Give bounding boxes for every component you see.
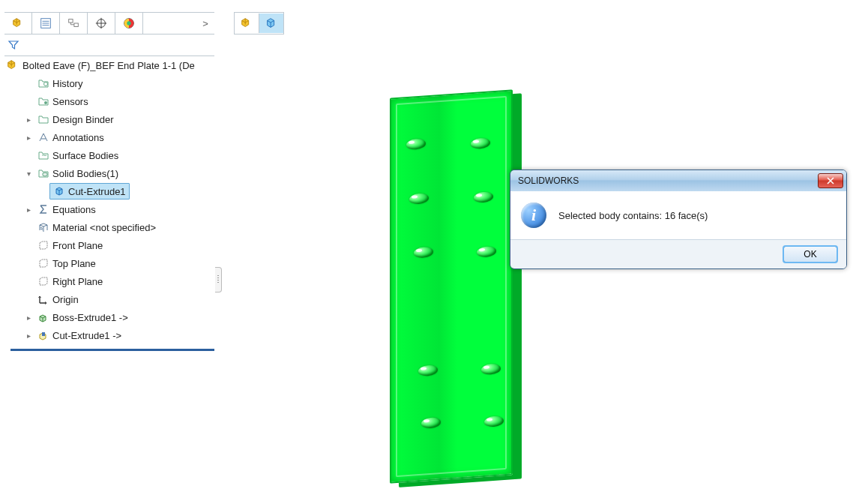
hole — [421, 417, 441, 429]
dialog-button-row: OK — [510, 239, 846, 268]
tab-dimxpert-manager[interactable] — [88, 13, 115, 34]
hole — [418, 364, 438, 376]
crosshair-icon — [94, 16, 108, 30]
tree-item-front-plane[interactable]: ▸ Front Plane — [4, 236, 214, 254]
svg-rect-4 — [69, 20, 73, 23]
tree-item-annotations[interactable]: ▸ Annotations — [4, 128, 214, 146]
sigma-icon — [37, 203, 49, 215]
tree-end-marker — [10, 349, 214, 351]
part-icon — [240, 16, 253, 30]
dialog-titlebar[interactable]: SOLIDWORKS — [510, 170, 846, 191]
cut-extrude-icon — [37, 329, 49, 341]
list-icon — [39, 16, 52, 30]
plane-icon — [37, 239, 49, 251]
assembly-icon — [11, 16, 25, 30]
svg-rect-15 — [42, 332, 45, 336]
dialog-message: Selected body contains: 16 face(s) — [558, 210, 708, 221]
panel-flyout-handle[interactable] — [215, 267, 222, 292]
tree-item-design-binder[interactable]: ▸ Design Binder — [4, 110, 214, 128]
hole — [409, 193, 429, 205]
tree-item-surface-bodies[interactable]: ▸ Surface Bodies — [4, 146, 214, 164]
breadcrumb-body[interactable] — [259, 14, 283, 33]
feature-tree: ▸ History ▸ Sensors ▸ Design Binder ▸ An… — [4, 74, 214, 344]
hole — [477, 246, 496, 258]
tab-configuration-manager[interactable] — [60, 13, 88, 34]
dialog-content: i Selected body contains: 16 face(s) — [510, 191, 846, 239]
tree-item-sensors[interactable]: ▸ Sensors — [4, 92, 214, 110]
filter-bar[interactable] — [4, 34, 214, 56]
tree-item-right-plane[interactable]: ▸ Right Plane — [4, 272, 214, 290]
tab-display-manager[interactable] — [115, 13, 143, 34]
dialog-title: SOLIDWORKS — [518, 176, 818, 186]
part-icon — [6, 58, 19, 72]
hole — [484, 416, 504, 428]
tree-item-material[interactable]: ▸ Material <not specified> — [4, 218, 214, 236]
boss-extrude-icon — [37, 311, 49, 323]
tree-item-equations[interactable]: ▸ Equations — [4, 200, 214, 218]
breadcrumb-part[interactable] — [235, 14, 259, 33]
graphics-viewport[interactable] — [225, 45, 868, 501]
tree-item-solid-bodies[interactable]: ▾ Solid Bodies(1) — [4, 164, 214, 182]
origin-icon — [37, 293, 49, 305]
tree-root-row[interactable]: Bolted Eave (F)_BEF End Plate 1-1 (De — [4, 56, 214, 74]
tab-property-manager[interactable] — [32, 13, 60, 34]
tree-item-top-plane[interactable]: ▸ Top Plane — [4, 254, 214, 272]
hole — [414, 247, 433, 259]
body-icon — [265, 16, 278, 30]
svg-point-11 — [44, 82, 48, 86]
tab-feature-tree[interactable] — [4, 13, 32, 34]
appearance-icon — [122, 16, 136, 30]
svg-point-10 — [127, 21, 130, 25]
tree-item-cut-extrude-feature[interactable]: ▸ Cut-Extrude1 -> — [4, 326, 214, 344]
message-dialog: SOLIDWORKS i Selected body contains: 16 … — [510, 170, 847, 269]
svg-point-12 — [44, 101, 47, 104]
tree-item-boss-extrude[interactable]: ▸ Boss-Extrude1 -> — [4, 308, 214, 326]
graphics-breadcrumb — [234, 12, 284, 34]
hole — [471, 137, 490, 149]
hole — [406, 138, 426, 150]
body-icon — [53, 185, 65, 197]
close-icon — [827, 177, 834, 184]
feature-manager-panel: > Bolted Eave (F)_BEF End Plate 1-1 (De … — [4, 12, 214, 501]
surface-icon — [37, 149, 49, 161]
solid-folder-icon — [37, 167, 49, 179]
sensor-icon — [37, 95, 49, 107]
binder-icon — [37, 113, 49, 125]
close-button[interactable] — [818, 173, 843, 188]
tree-item-cut-extrude-body[interactable]: ▸ Cut-Extrude1 — [4, 182, 214, 200]
tab-overflow-button[interactable]: > — [196, 13, 214, 34]
tree-item-history[interactable]: ▸ History — [4, 74, 214, 92]
selected-body-plate[interactable] — [390, 89, 513, 483]
funnel-icon — [7, 39, 19, 51]
plane-icon — [37, 257, 49, 269]
annotation-icon — [37, 131, 49, 143]
config-icon — [67, 16, 80, 30]
tree-item-origin[interactable]: ▸ Origin — [4, 290, 214, 308]
svg-line-13 — [40, 227, 43, 229]
hole — [474, 191, 493, 203]
svg-rect-5 — [74, 23, 78, 27]
svg-line-14 — [40, 229, 43, 230]
panel-tabstrip: > — [4, 12, 214, 34]
material-icon — [37, 221, 49, 233]
hole — [481, 363, 501, 375]
folder-icon — [37, 77, 49, 89]
ok-button[interactable]: OK — [783, 246, 837, 262]
info-icon: i — [521, 202, 546, 228]
plane-icon — [37, 275, 49, 287]
root-label: Bolted Eave (F)_BEF End Plate 1-1 (De — [22, 60, 195, 71]
